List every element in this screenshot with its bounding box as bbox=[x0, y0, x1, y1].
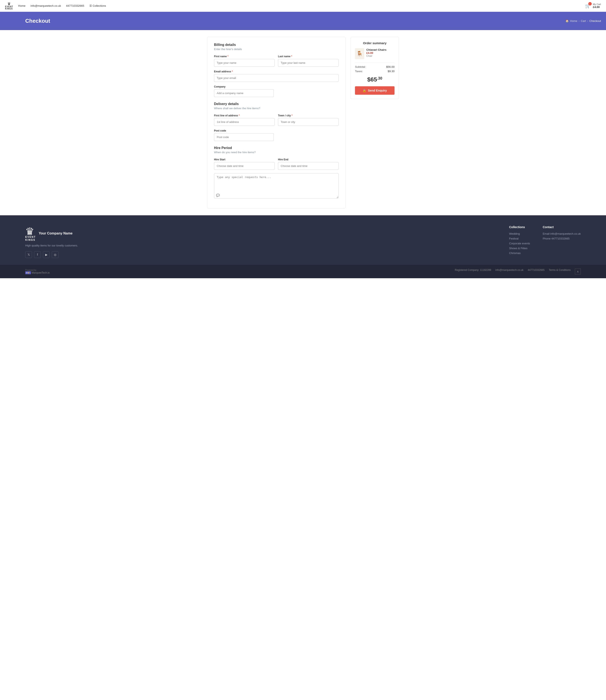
town-group: Town / city * bbox=[278, 114, 339, 126]
order-item-image: 🪑 bbox=[355, 48, 364, 59]
first-name-input[interactable] bbox=[214, 59, 275, 67]
hire-start-group: Hire Start bbox=[214, 158, 275, 170]
order-item: 🪑 Chiavari Chairs £4.00 Chair bbox=[355, 48, 395, 59]
hire-period-row: Hire Start Hire End bbox=[214, 158, 339, 170]
footer-company-name: Your Company Name bbox=[39, 232, 73, 235]
required-star: * bbox=[228, 55, 229, 58]
subtotal-row: Subtotal: $56.00 bbox=[355, 65, 395, 68]
hire-title: Hire Period bbox=[214, 146, 339, 150]
nav-email[interactable]: info@marqueetech.co.uk bbox=[30, 4, 61, 7]
collection-corporate[interactable]: Corporate events bbox=[509, 242, 530, 245]
contact-email-line: Email info@marqueetech.co.uk bbox=[543, 232, 581, 235]
breadcrumb: 🏠 Home › Cart › Checkout bbox=[565, 19, 601, 23]
postcode-input[interactable] bbox=[214, 133, 274, 141]
address-row: First line of address * Town / city * bbox=[214, 114, 339, 126]
required-star-2: * bbox=[291, 55, 292, 58]
delivery-divider: Delivery details Where shall we deliver … bbox=[214, 102, 339, 110]
email-label: Email address * bbox=[214, 70, 339, 73]
order-item-price: £4.00 bbox=[366, 51, 386, 54]
footer-bottom-right: Registered Company: 11182289 info@marque… bbox=[455, 269, 581, 275]
footer-main: ♛EVENTKINGS Your Company Name High quali… bbox=[0, 215, 606, 265]
town-input[interactable] bbox=[278, 118, 339, 126]
nav-home[interactable]: Home bbox=[18, 4, 25, 7]
mt-logo-icon: M⚡ bbox=[25, 271, 31, 274]
bottom-email[interactable]: info@marqueetech.co.uk bbox=[495, 269, 523, 275]
collection-festival[interactable]: Festival bbox=[509, 237, 530, 240]
collection-wedding[interactable]: Wedding bbox=[509, 232, 530, 235]
order-total: $65.30 bbox=[355, 76, 395, 83]
send-enquiry-button[interactable]: 🔒 Send Enquiry bbox=[355, 86, 395, 95]
footer-contact: Contact Email info@marqueetech.co.uk Pho… bbox=[543, 226, 581, 258]
collection-christmas[interactable]: Chrismas bbox=[509, 252, 530, 255]
taxes-row: Taxes: $9.30 bbox=[355, 70, 395, 73]
navbar-left: ♛ EVENTKINGS Home info@marqueetech.co.uk… bbox=[5, 2, 106, 10]
hire-divider: Hire Period When do you need the hire it… bbox=[214, 146, 339, 154]
required-star-3: * bbox=[232, 70, 233, 73]
nav-phone[interactable]: 447710332665 bbox=[66, 4, 85, 7]
nav-collections[interactable]: ☰ Collections bbox=[89, 4, 106, 7]
logo-text: EVENTKINGS bbox=[5, 6, 13, 10]
facebook-icon[interactable]: f bbox=[34, 251, 41, 258]
cart-icon-wrap[interactable]: 🛒 1 bbox=[585, 3, 590, 8]
total-main: $65 bbox=[367, 76, 377, 83]
marqueetech-logo[interactable]: M⚡ MarqueeTech.io bbox=[25, 271, 50, 274]
billing-subtitle: Enter the hirer's details bbox=[214, 48, 339, 51]
taxes-value: $9.30 bbox=[388, 70, 395, 73]
company-input[interactable] bbox=[214, 89, 274, 97]
collections-title: Collections bbox=[509, 226, 530, 229]
hire-end-input[interactable] bbox=[278, 162, 339, 170]
email-row: Email address * bbox=[214, 70, 339, 82]
order-summary-title: Order summary bbox=[355, 41, 395, 45]
last-name-label: Last name * bbox=[278, 55, 339, 58]
breadcrumb-home[interactable]: Home bbox=[570, 19, 577, 23]
company-group: Company bbox=[214, 85, 274, 97]
bottom-phone[interactable]: 447710332665 bbox=[528, 269, 544, 275]
collection-shows[interactable]: Shows & Fêtes bbox=[509, 247, 530, 250]
postcode-label: Post code bbox=[214, 129, 274, 132]
address-input[interactable] bbox=[214, 118, 275, 126]
footer-collections: Collections Wedding Festival Corporate e… bbox=[509, 226, 530, 258]
hire-start-input[interactable] bbox=[214, 162, 275, 170]
contact-phone-line: Phone 447710332665 bbox=[543, 237, 581, 240]
hamburger-icon: ☰ bbox=[89, 4, 92, 7]
hire-end-group: Hire End bbox=[278, 158, 339, 170]
email-input[interactable] bbox=[214, 74, 339, 82]
postcode-row: Post code bbox=[214, 129, 339, 141]
scroll-top-button[interactable]: ∧ bbox=[575, 269, 581, 275]
instagram-icon[interactable]: ◎ bbox=[52, 251, 59, 258]
textarea-wrap: 💬 bbox=[214, 173, 339, 199]
lock-icon: 🔒 bbox=[363, 89, 366, 92]
order-item-details: Chiavari Chairs £4.00 Chair bbox=[366, 48, 386, 57]
special-requests-textarea[interactable] bbox=[214, 173, 339, 199]
breadcrumb-sep-1: › bbox=[579, 19, 580, 23]
subtotal-label: Subtotal: bbox=[355, 65, 366, 68]
order-item-name: Chiavari Chairs bbox=[366, 48, 386, 51]
footer-logo-wrap: ♛EVENTKINGS Your Company Name bbox=[25, 226, 496, 241]
hire-start-label: Hire Start bbox=[214, 158, 275, 161]
special-requests-row: 💬 bbox=[214, 173, 339, 199]
main-content: Billing details Enter the hirer's detail… bbox=[202, 30, 404, 215]
name-row: First name * Last name * bbox=[214, 55, 339, 67]
order-totals: Subtotal: $56.00 Taxes: $9.30 bbox=[355, 63, 395, 73]
footer-bottom-left: Powered by M⚡ MarqueeTech.io bbox=[25, 269, 50, 274]
subtotal-value: $56.00 bbox=[386, 65, 395, 68]
hire-subtitle: When do you need the hire items? bbox=[214, 151, 339, 154]
logo-crown-icon: ♛ bbox=[7, 2, 11, 6]
company-label: Company bbox=[214, 85, 274, 88]
page-header: Checkout 🏠 Home › Cart › Checkout bbox=[0, 12, 606, 30]
last-name-input[interactable] bbox=[278, 59, 339, 67]
company-row: Company bbox=[214, 85, 339, 97]
logo[interactable]: ♛ EVENTKINGS bbox=[5, 2, 13, 10]
footer-logo-icon: ♛EVENTKINGS bbox=[25, 226, 36, 241]
registered-company: Registered Company: 11182289 bbox=[455, 269, 491, 275]
footer-brand: ♛EVENTKINGS Your Company Name High quali… bbox=[25, 226, 496, 258]
twitter-icon[interactable]: 𝕏 bbox=[25, 251, 32, 258]
first-name-group: First name * bbox=[214, 55, 275, 67]
address-group: First line of address * bbox=[214, 114, 275, 126]
town-label: Town / city * bbox=[278, 114, 339, 117]
powered-by-wrap: Powered by M⚡ MarqueeTech.io bbox=[25, 269, 50, 274]
terms-link[interactable]: Terms & Conditions bbox=[549, 269, 570, 275]
special-requests-group: 💬 bbox=[214, 173, 339, 199]
youtube-icon[interactable]: ▶ bbox=[43, 251, 50, 258]
breadcrumb-cart[interactable]: Cart bbox=[581, 19, 586, 23]
